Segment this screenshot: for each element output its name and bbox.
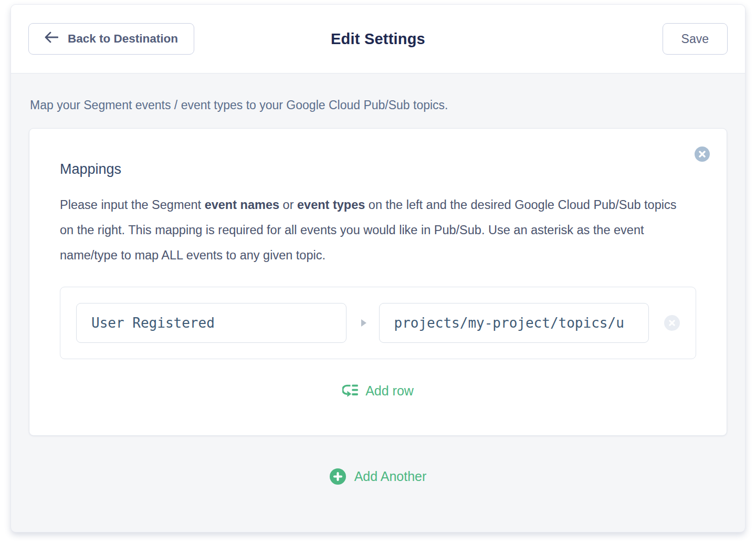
add-another-button[interactable]: Add Another (330, 468, 427, 485)
mapping-row (60, 287, 696, 359)
arrow-left-icon (45, 32, 58, 46)
x-circle-icon (669, 320, 675, 326)
intro-text: Map your Segment events / event types to… (30, 98, 727, 112)
mappings-description: Please input the Segment event names or … (60, 192, 677, 268)
pubsub-topic-input[interactable] (379, 303, 649, 343)
x-circle-icon (699, 151, 706, 158)
back-button-label: Back to Destination (68, 32, 178, 46)
add-another-label: Add Another (354, 469, 427, 484)
remove-row-button[interactable] (664, 315, 680, 331)
triangle-right-icon (361, 319, 366, 327)
add-row-button[interactable]: Add row (342, 383, 414, 399)
settings-body: Map your Segment events / event types to… (11, 74, 745, 532)
save-button-label: Save (681, 32, 709, 46)
save-button[interactable]: Save (663, 23, 728, 55)
plus-circle-icon (330, 468, 346, 485)
add-row-label: Add row (365, 383, 414, 399)
remove-mappings-card-button[interactable] (695, 147, 710, 162)
back-to-destination-button[interactable]: Back to Destination (28, 23, 194, 55)
settings-panel: Back to Destination Edit Settings Save M… (10, 4, 746, 532)
mappings-card: Mappings Please input the Segment event … (29, 128, 727, 436)
event-name-input[interactable] (76, 303, 346, 343)
header-bar: Back to Destination Edit Settings Save (11, 5, 745, 74)
add-row-to-list-icon (342, 384, 359, 398)
mappings-title: Mappings (60, 161, 696, 177)
